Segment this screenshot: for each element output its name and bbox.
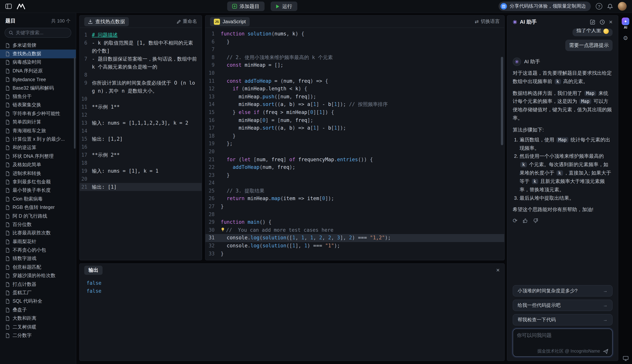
- sidebar-item[interactable]: 打点计数器: [0, 280, 76, 289]
- code-line[interactable]: 7: [206, 46, 504, 54]
- problem-line[interactable]: 1# 问题描述: [80, 31, 202, 39]
- send-icon[interactable]: [603, 348, 608, 354]
- search-input[interactable]: [16, 30, 67, 36]
- problem-line[interactable]: 9你所设计算法的时间复杂度必须优于 O (n log n)，其中 n 是数组大小…: [80, 79, 202, 95]
- sidebar-item[interactable]: 猜数字游戏: [0, 254, 76, 263]
- bell-icon[interactable]: [607, 3, 613, 9]
- sidebar-item[interactable]: 计算位置 x 到 y 的最少...: [0, 135, 76, 144]
- sidebar-item[interactable]: SQL 代码补全: [0, 297, 76, 306]
- user-avatar[interactable]: [618, 2, 627, 11]
- sidebar-item[interactable]: 猫鱼分干: [0, 92, 76, 101]
- sidebar-item[interactable]: 链表聚集交换: [0, 101, 76, 110]
- language-tab[interactable]: JS JavaScript: [210, 17, 250, 26]
- code-line[interactable]: 1function solution(nums, k) {: [206, 30, 504, 38]
- sidebar-item[interactable]: 及格如此简单: [0, 161, 76, 169]
- add-problem-button[interactable]: 添加题目: [227, 2, 264, 11]
- sidebar-item[interactable]: 拿到最多红包金额: [0, 178, 76, 186]
- sidebar-item[interactable]: 大数和距离: [0, 314, 76, 323]
- sidebar-item[interactable]: Base32 编码和解码: [0, 84, 76, 92]
- problem-line[interactable]: 12: [80, 111, 202, 119]
- sidebar-item[interactable]: 环状 DNA 序列整理: [0, 152, 76, 161]
- close-ai-icon[interactable]: ×: [609, 19, 612, 26]
- code-line[interactable]: 14 minHeap.sort((a, b) => a[1] - b[1]); …: [206, 101, 504, 109]
- code-line[interactable]: 9 const minHeap = [];: [206, 62, 504, 69]
- problem-line[interactable]: 16: [80, 143, 202, 151]
- code-line[interactable]: 11 const addToHeap = (num, freq) => {: [206, 77, 504, 85]
- problem-line[interactable]: 10: [80, 95, 202, 103]
- sidebar-item[interactable]: 和的逆运算: [0, 144, 76, 152]
- code-editor[interactable]: 1function solution(nums, k) {6 }78 // 2.…: [206, 28, 504, 260]
- code-line[interactable]: 17 minHeap.sort((a, b) => a[1] - b[1]);: [206, 124, 504, 132]
- sidebar-item[interactable]: 查找热点数据: [0, 50, 76, 58]
- code-line[interactable]: 21 for (let [num, freq] of frequencyMap.…: [206, 156, 504, 164]
- search-box[interactable]: [4, 28, 71, 38]
- problem-line[interactable]: 7- 题目数据保证答案唯一，换句话说，数组中前 k 个高频元素的集合是唯一的: [80, 55, 202, 71]
- problem-line[interactable]: 15输出: [1,2]: [80, 135, 202, 143]
- code-line[interactable]: 6 }: [206, 38, 504, 46]
- sidebar-item[interactable]: Cion 勒索病毒: [0, 195, 76, 203]
- code-line[interactable]: 27}: [206, 203, 504, 210]
- ai-question-input[interactable]: [517, 332, 608, 338]
- sidebar-item[interactable]: 穿越沙漠的补给次数: [0, 272, 76, 280]
- problem-line[interactable]: 8: [80, 71, 202, 79]
- sidebar-item[interactable]: 不再贪心的小包: [0, 246, 76, 254]
- code-line[interactable]: 16 minHeap[0] = [num, freq];: [206, 116, 504, 124]
- sidebar-item[interactable]: 多米诺骨牌: [0, 41, 76, 50]
- code-line[interactable]: 15 } else if (freq > minHeap[0][1]) {: [206, 109, 504, 116]
- close-output-icon[interactable]: ×: [496, 267, 500, 273]
- sidebar-item[interactable]: 阿 D 的飞行路线: [0, 212, 76, 220]
- sidebar-item[interactable]: 字符串有多少种可能性: [0, 110, 76, 118]
- new-chat-icon[interactable]: [590, 20, 595, 25]
- sidebar-item[interactable]: Bytedance Tree: [0, 75, 76, 84]
- problem-line[interactable]: 6- k 的取值范围是 [1, 数组中不相同的元素的个数]: [80, 39, 202, 55]
- problem-line[interactable]: 17**示例 2**: [80, 151, 202, 159]
- code-line[interactable]: 23 }: [206, 171, 504, 179]
- sidebar-item[interactable]: 二叉树供暖: [0, 323, 76, 332]
- sidebar-item[interactable]: 百分位数: [0, 220, 76, 229]
- suggestion-pill[interactable]: 给我一些代码提示吧→: [513, 300, 612, 311]
- editor-scrollbar[interactable]: [501, 57, 503, 145]
- problem-line[interactable]: 18: [80, 159, 202, 167]
- sidebar-item[interactable]: 最小替换子串长度: [0, 186, 76, 195]
- problem-line[interactable]: 21输出: [1]: [80, 183, 202, 191]
- code-line[interactable]: 22 addToHeap(num, freq);: [206, 164, 504, 171]
- code-line[interactable]: 12 if (minHeap.length < k) {: [206, 85, 504, 93]
- problem-line[interactable]: 11**示例 1**: [80, 103, 202, 111]
- output-tab[interactable]: 输出: [84, 266, 102, 275]
- sidebar-scrollbar[interactable]: [74, 57, 76, 149]
- promo-banner[interactable]: 分享代码练习体验，领限量定制周边: [498, 2, 591, 11]
- lightbulb-icon[interactable]: [221, 227, 225, 232]
- regenerate-icon[interactable]: ⟳: [513, 218, 518, 224]
- code-line[interactable]: 31 console.log(solution([1, 1, 1, 2, 2, …: [206, 234, 504, 242]
- settings-gear-icon[interactable]: ⚙: [623, 35, 628, 42]
- sidebar-item[interactable]: 比赛最高获胜次数: [0, 229, 76, 238]
- sidebar-item[interactable]: 叠盘子: [0, 306, 76, 314]
- problem-line[interactable]: 19输入: nums = [1], k = 1: [80, 167, 202, 175]
- code-line[interactable]: 8 // 2. 使用小顶堆来维护频率最高的 k 个元素: [206, 54, 504, 62]
- code-line[interactable]: 19 };: [206, 140, 504, 148]
- sidebar-item[interactable]: 二分数字: [0, 332, 76, 340]
- sidebar-item[interactable]: 蛋糕工厂: [0, 289, 76, 297]
- code-line[interactable]: 18 }: [206, 132, 504, 140]
- switch-language-button[interactable]: ⇄ 切换语言: [475, 18, 500, 25]
- problem-title-button[interactable]: 查找热点数据: [84, 17, 129, 26]
- sidebar-item[interactable]: 青海湖租车之旅: [0, 126, 76, 135]
- sidebar-item[interactable]: 创意标题匹配: [0, 263, 76, 272]
- problem-line[interactable]: 20: [80, 175, 202, 183]
- suggestion-pill[interactable]: 帮我检查一下代码→: [513, 314, 612, 326]
- code-line[interactable]: 28: [206, 210, 504, 218]
- sidebar-item[interactable]: RGB 色值转 Integer: [0, 203, 76, 212]
- rename-button[interactable]: 重命名: [176, 18, 197, 25]
- ai-assistant-toggle[interactable]: ✦ AI: [622, 18, 629, 29]
- run-button[interactable]: 运行: [270, 2, 297, 11]
- help-icon[interactable]: ?: [596, 3, 602, 10]
- history-icon[interactable]: [600, 20, 605, 25]
- code-line[interactable]: 26 return minHeap.map(item => item[0]);: [206, 195, 504, 203]
- panel-toggle-icon[interactable]: [5, 4, 12, 9]
- brand-logo-icon[interactable]: [16, 3, 26, 9]
- sidebar-item[interactable]: 进制求和转换: [0, 169, 76, 178]
- sidebar-item[interactable]: 简单四则计算: [0, 118, 76, 126]
- thumbs-up-icon[interactable]: [522, 218, 528, 224]
- code-line[interactable]: 25 // 3. 提取结果: [206, 187, 504, 195]
- problem-line[interactable]: 13输入: nums = [1,1,1,2,2,3], k = 2: [80, 119, 202, 127]
